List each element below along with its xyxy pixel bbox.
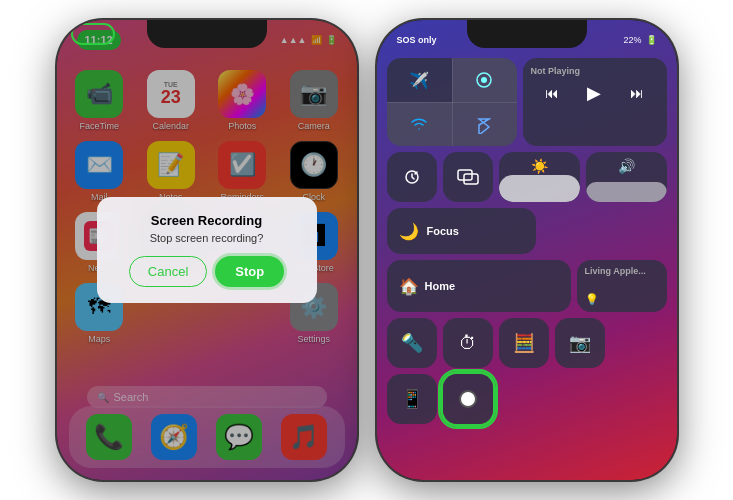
flashlight-button[interactable]: 🔦 [387,318,437,368]
camera-button[interactable]: 📷 [555,318,605,368]
stop-button[interactable]: Stop [215,256,284,287]
dialog-buttons: Cancel Stop [113,256,301,287]
screen-mirror[interactable] [443,152,493,202]
living-label: Living Apple... [585,266,659,276]
moon-icon: 🌙 [399,222,419,241]
phone-2: SOS only 22% 🔋 ✈️ [377,20,677,480]
dialog-message: Stop screen recording? [113,232,301,244]
phone-1-screen: 11:12 ▲▲▲ 📶 🔋 📹 FaceTime TUE [57,20,357,480]
rewind-button[interactable]: ⏮ [545,85,559,101]
home-label: Home [425,280,456,292]
phones-container: 11:12 ▲▲▲ 📶 🔋 📹 FaceTime TUE [0,0,733,500]
airplane-mode[interactable]: ✈️ [387,58,452,102]
brightness-slider[interactable]: ☀️ [499,152,580,202]
control-center: ✈️ No [387,58,667,470]
fast-forward-button[interactable]: ⏭ [630,85,644,101]
sos-label: SOS only [397,35,437,45]
dialog-title: Screen Recording [113,213,301,228]
home-panel[interactable]: 🏠 Home [387,260,571,312]
phone-2-screen: SOS only 22% 🔋 ✈️ [377,20,677,480]
cellular-toggle[interactable] [452,58,517,102]
phone-1: 11:12 ▲▲▲ 📶 🔋 📹 FaceTime TUE [57,20,357,480]
now-playing-label: Not Playing [531,66,659,76]
remote-button[interactable]: 📱 [387,374,437,424]
focus-label: Focus [427,225,459,237]
record-highlight [438,369,498,429]
bluetooth-toggle[interactable] [452,102,517,146]
wifi-toggle[interactable] [387,102,452,146]
battery-icon-2: 🔋 [646,35,657,45]
play-button[interactable]: ▶ [587,82,601,104]
focus-panel[interactable]: 🌙 Focus [387,208,536,254]
divider-v [452,58,453,146]
volume-slider[interactable]: 🔊 [586,152,667,202]
battery-level: 22% [623,35,641,45]
media-controls: ⏮ ▶ ⏭ [531,82,659,104]
screen-record-button[interactable] [443,374,493,424]
notch-1 [147,20,267,48]
rotation-lock[interactable] [387,152,437,202]
living-panel[interactable]: Living Apple... 💡 [577,260,667,312]
screen-recording-dialog: Screen Recording Stop screen recording? … [97,197,317,303]
dialog-overlay: Screen Recording Stop screen recording? … [57,20,357,480]
svg-point-3 [481,77,487,83]
connectivity-panel: ✈️ [387,58,517,146]
notch-2 [467,20,587,48]
calculator-button[interactable]: 🧮 [499,318,549,368]
timer-button[interactable]: ⏱ [443,318,493,368]
now-playing-panel: Not Playing ⏮ ▶ ⏭ [523,58,667,146]
cancel-button[interactable]: Cancel [129,256,207,287]
